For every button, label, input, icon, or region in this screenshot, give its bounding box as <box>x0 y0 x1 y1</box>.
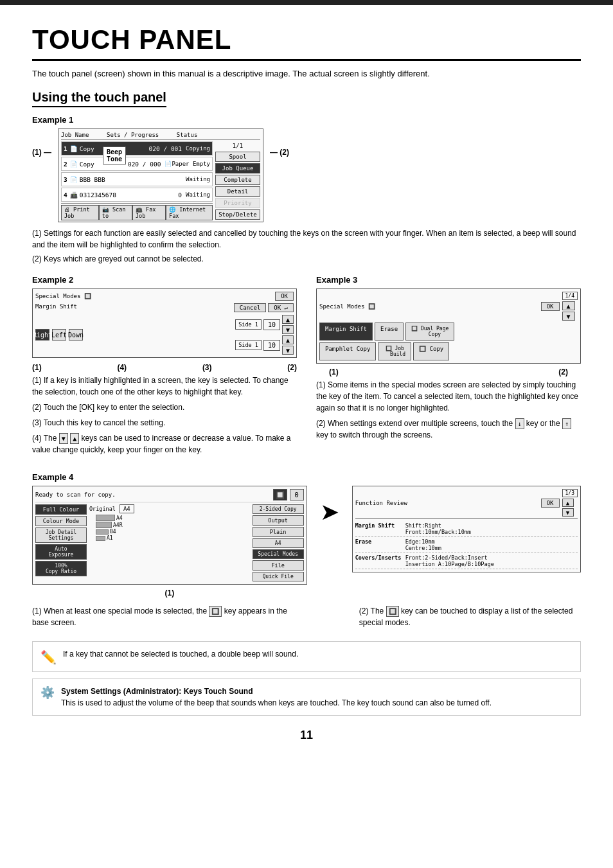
screen4-left-col: Full Colour Colour Mode Job Detail Setti… <box>35 504 87 581</box>
ex2-markers: (1) (4) (3) (2) <box>32 363 297 372</box>
footer-scan-to[interactable]: 📷 Scan to <box>99 205 132 220</box>
screen2-up-arrow2[interactable]: ▲ <box>282 335 294 344</box>
example1-label: Example 1 <box>32 115 581 125</box>
screen2-down-arrow2[interactable]: ▼ <box>282 346 294 355</box>
btn-copy[interactable]: 🔲 Copy <box>413 342 449 360</box>
admin-text-block: System Settings (Administrator): Keys To… <box>61 686 492 709</box>
row2-status: 📄Paper Empty <box>164 161 210 167</box>
size-b4: B4 <box>96 529 250 535</box>
screen4-body: Full Colour Colour Mode Job Detail Setti… <box>35 504 304 581</box>
btn-job-build[interactable]: 🔲 Job Build <box>378 342 411 360</box>
screen4-right-col: 2-Sided Copy Output Plain A4 Special Mod… <box>253 504 304 581</box>
example4-layout: Ready to scan for copy. 🔲 0 Full Colour … <box>32 486 581 600</box>
btn-spool[interactable]: Spool <box>215 152 260 162</box>
row3-icon: 📄 <box>70 176 78 183</box>
footer-print-job[interactable]: 🖨 Print Job <box>61 205 99 220</box>
ex3-marker-1: (1) <box>329 368 339 376</box>
btn-dual-page-copy[interactable]: 🔲 Dual Page Copy <box>405 323 454 341</box>
example4-area: Example 4 Ready to scan for copy. 🔲 0 <box>32 472 581 628</box>
screen2-right-btn[interactable]: Right <box>35 329 49 341</box>
admin-title: System Settings (Administrator): Keys To… <box>61 686 492 697</box>
admin-body: This is used to adjust the volume of the… <box>61 697 492 709</box>
func-review-ok-btn[interactable]: OK <box>541 499 560 508</box>
ex2-annotations: (1) If a key is initially highlighted in… <box>32 375 297 456</box>
screen3-down-arrow[interactable]: ▼ <box>562 312 575 321</box>
example1-label-col: (1) — <box>32 128 51 157</box>
btn-stop-delete[interactable]: Stop/Delete <box>215 209 260 220</box>
btn-complete[interactable]: Complete <box>215 175 260 185</box>
screen2-left-btn[interactable]: Left <box>52 329 66 341</box>
screen3-row2: Pamphlet Copy 🔲 Job Build 🔲 Copy <box>319 342 578 360</box>
admin-box: ⚙️ System Settings (Administrator): Keys… <box>32 678 581 716</box>
screen2-up-arrow1[interactable]: ▲ <box>282 315 294 324</box>
btn-colour-mode[interactable]: Colour Mode <box>35 516 87 526</box>
func-val-margin: Shift:RightFront:10mm/Back:10mm <box>405 522 578 535</box>
screen1-row-2[interactable]: 2 📄 Copy 020 / 000 📄Paper Empty <box>61 157 213 171</box>
screen4-icons: 🔲 0 <box>273 489 304 500</box>
row4-pages: 0 <box>178 191 182 199</box>
btn-job-queue[interactable]: Job Queue <box>215 163 260 173</box>
func-review-counter-col: 1/3 ▲ ▼ <box>562 489 578 517</box>
func-review-up-arrow[interactable]: ▲ <box>562 499 574 507</box>
screen4-icon-btn2[interactable]: 0 <box>290 489 304 500</box>
func-val-covers: Front:2-Sided/Back:InsertInsertion A:10P… <box>405 554 578 567</box>
btn-margin-shift[interactable]: Margin Shift <box>319 323 373 341</box>
screen2-down-btn[interactable]: Down <box>69 329 83 341</box>
func-review-down-arrow[interactable]: ▼ <box>562 508 574 517</box>
screen2-side-controls: Side 1 10 ▲ ▼ Side 1 10 ▲ <box>235 315 294 355</box>
screen2-cancel-btn[interactable]: Cancel <box>234 303 267 312</box>
screen4-icon-btn1[interactable]: 🔲 <box>273 489 287 500</box>
screen2-ok-btn[interactable]: OK <box>275 292 294 301</box>
marker-1: (1) <box>32 363 42 372</box>
btn-paper-a4[interactable]: A4 <box>253 538 304 548</box>
example2-col: Example 2 Special Modes 🔲 OK Margin Shif… <box>32 275 297 459</box>
ex4-ann-spacer <box>317 605 340 628</box>
btn-detail[interactable]: Detail <box>215 186 260 197</box>
example4-arrow: ➤ <box>320 486 339 526</box>
btn-pamphlet-copy[interactable]: Pamphlet Copy <box>319 342 376 360</box>
screen2-side1-row: Side 1 10 ▲ ▼ <box>235 315 294 334</box>
screen2-down-arrow1[interactable]: ▼ <box>282 325 294 334</box>
screen1-row-4[interactable]: 4 📠 0312345678 0 Waiting <box>61 188 213 202</box>
btn-full-colour[interactable]: Full Colour <box>35 504 87 515</box>
screen2-mock: Special Modes 🔲 OK Margin Shift Cancel O… <box>32 288 297 358</box>
screen2-title-row: Special Modes 🔲 OK <box>35 292 294 301</box>
marker-4: (4) <box>117 363 127 372</box>
footer-fax-job[interactable]: 📠 Fax Job <box>132 205 166 220</box>
ex4-ann-left: (1) When at least one special mode is se… <box>32 605 298 628</box>
down-key2: ↓ <box>515 418 524 429</box>
ex4-ann-1: (1) When at least one special mode is se… <box>32 605 298 628</box>
examples-2-3-row: Example 2 Special Modes 🔲 OK Margin Shif… <box>32 275 581 459</box>
header-job-name: Job Name <box>61 132 89 138</box>
ex3-ann-1: (1) Some items in the special modes scre… <box>316 379 581 414</box>
btn-file[interactable]: File <box>253 560 304 571</box>
screen2-ok2-btn[interactable]: OK ↵ <box>268 303 294 312</box>
row2-name: Copy <box>80 161 94 168</box>
screen1-row-1[interactable]: 1 📄 Copy 020 / 001 Copying <box>61 141 213 155</box>
btn-output[interactable]: Output <box>253 515 304 526</box>
func-label-margin: Margin Shift <box>355 522 400 535</box>
screen3-ok-btn[interactable]: OK <box>541 302 560 311</box>
btn-erase[interactable]: Erase <box>375 323 404 341</box>
func-val-erase: Edge:10mmCentre:10mm <box>405 538 578 551</box>
btn-2sided-copy[interactable]: 2-Sided Copy <box>253 504 304 514</box>
btn-copy-ratio[interactable]: 100%Copy Ratio <box>35 561 87 576</box>
ex1-annotations: (1) Settings for each function are easil… <box>32 227 581 265</box>
btn-special-modes[interactable]: Special Modes <box>253 549 304 559</box>
screen1-footer: 🖨 Print Job 📷 Scan to 📠 Fax Job 🌐 Intern… <box>61 203 213 222</box>
screen4-paper-sizes: A4 A4R B4 <box>96 515 250 541</box>
footer-internet-fax[interactable]: 🌐 Internet Fax <box>166 205 213 220</box>
size-bar-a1 <box>96 536 105 541</box>
screen3-body: Margin Shift Erase 🔲 Dual Page Copy Pamp… <box>319 323 578 360</box>
btn-quick-file[interactable]: Quick File <box>253 572 304 581</box>
btn-auto-exposure[interactable]: AutoExposure <box>35 544 87 560</box>
screen3-up-arrow[interactable]: ▲ <box>562 301 575 310</box>
screen1-row-3[interactable]: 3 📄 BBB BBB Waiting <box>61 172 213 186</box>
screen3-counter: 1/4 <box>562 292 578 300</box>
screen2-side2-row: Side 1 10 ▲ ▼ <box>235 335 294 355</box>
screen2-controls: Right Left Down Side 1 10 ▲ ▼ <box>35 315 294 355</box>
btn-job-detail[interactable]: Job Detail Settings <box>35 527 87 543</box>
screen2-margin-shift-label: Margin Shift <box>35 303 232 312</box>
row1-status: Copying <box>186 145 210 152</box>
btn-plain[interactable]: Plain <box>253 527 304 537</box>
